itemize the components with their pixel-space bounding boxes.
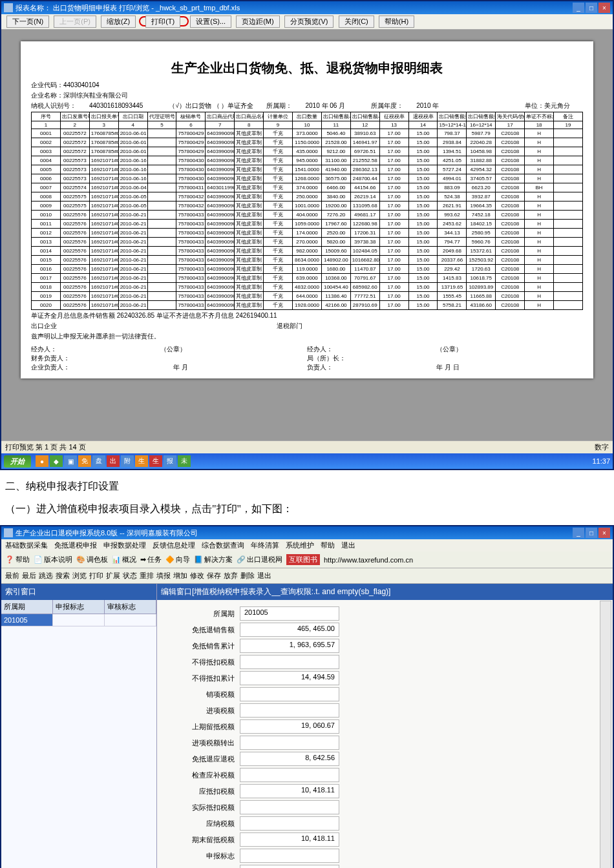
toolbar-btn-打印[interactable]: 打印 [89, 571, 103, 581]
print-button[interactable]: 打印(T) [145, 16, 180, 28]
task-button[interactable]: 免 [78, 455, 91, 467]
guide-btn[interactable]: 🔶向导 [165, 555, 190, 564]
field-value[interactable]: 1, 963, 695.57 [240, 639, 339, 653]
menu-item[interactable]: 年终清算 [251, 541, 279, 549]
task-button[interactable]: 出 [107, 455, 120, 467]
field-value[interactable]: 8, 642.56 [240, 752, 339, 766]
field-value[interactable] [240, 736, 339, 750]
menu-item[interactable]: 退出 [341, 541, 355, 549]
toolbar-btn-重排[interactable]: 重排 [140, 571, 154, 581]
task-button[interactable]: 未 [178, 455, 191, 467]
toolbar-btn-放弃[interactable]: 放弃 [224, 571, 238, 581]
field-value[interactable] [240, 865, 339, 868]
grid-row[interactable]: 201005 [1, 614, 156, 626]
summary-btn[interactable]: 📊概况 [112, 555, 136, 564]
col-header: 出口销售额乘征退税率之差 [438, 112, 467, 121]
toolbar-btn-搜索[interactable]: 搜索 [56, 571, 70, 581]
table-row: 00160022557616921071#0072010-06-21757800… [32, 265, 583, 274]
tray-icon[interactable]: ▣ [64, 455, 77, 467]
zoom-button[interactable]: 缩放(Z) [101, 16, 136, 28]
close-button[interactable]: × [598, 3, 610, 13]
col-header: 出口商品名称 [235, 112, 264, 121]
task-button[interactable]: 盘 [92, 455, 105, 467]
task-button[interactable]: 报 [164, 455, 176, 467]
field-value[interactable]: 201005 [240, 606, 339, 621]
help-btn[interactable]: ❓帮助 [5, 555, 30, 564]
table-row: 00200022557616921071#0112010-06-21757800… [32, 301, 583, 310]
task-button[interactable]: 生 [149, 455, 162, 467]
help-button[interactable]: 帮助(H) [379, 16, 414, 28]
setup-button[interactable]: 设置(S)... [190, 16, 231, 28]
field-value[interactable] [240, 816, 339, 831]
report-page: 生产企业出口货物免、抵、退税货物申报明细表 企业代码：4403040104 企业… [21, 41, 593, 378]
palette-btn[interactable]: 🎨调色板 [76, 555, 108, 564]
tray-icon[interactable]: ● [36, 455, 48, 467]
menu-item[interactable]: 综合数据查询 [202, 541, 244, 549]
pagebreak-button[interactable]: 分页预览(V) [284, 16, 334, 28]
toolbar-btn-删除[interactable]: 删除 [240, 571, 255, 581]
menu-item[interactable]: 申报数据处理 [103, 541, 146, 549]
toolbar-btn-跳选[interactable]: 跳选 [39, 571, 53, 581]
toolbar-btn-最前[interactable]: 最前 [5, 571, 19, 581]
margin-button[interactable]: 页边距(M) [236, 16, 280, 28]
scrollbar[interactable] [600, 601, 611, 868]
minimize-button[interactable]: _ [573, 3, 584, 13]
start-button[interactable]: 开始 [4, 455, 31, 468]
field-value[interactable]: 465, 465.00 [240, 623, 339, 637]
col-header: 退税税率 [408, 112, 438, 121]
field-value[interactable]: 19, 060.67 [240, 719, 339, 734]
table-row: 00100022557616921071#0012010-06-21757800… [32, 211, 583, 220]
col-num: 5 [147, 121, 176, 129]
menu-item[interactable]: 系统维护 [286, 541, 314, 549]
table-row: 00190022557616921071#0102010-06-21757800… [32, 292, 583, 301]
next-page-button[interactable]: 下一页(N) [6, 16, 49, 28]
maximize-button[interactable]: □ [586, 528, 597, 538]
detail-table: 序号出口发票号码出口报关单号出口日期代理证明号核销单号出口商品代码出口商品名称计… [31, 112, 583, 310]
menu-item[interactable]: 免抵退税申报 [54, 541, 97, 549]
menu-item[interactable]: 帮助 [321, 541, 335, 549]
titlebar: 报表名称： 出口货物明细申报表 打印/浏览 - _hwck_sb_prt_tmp… [1, 1, 613, 14]
field-label: 期末留抵税额 [164, 835, 240, 845]
col-num: 16=12*14 [467, 121, 496, 129]
field-label: 进项税额转出 [164, 738, 240, 748]
print-button-highlight: 打印(T) [139, 16, 189, 26]
field-value[interactable] [240, 800, 339, 814]
field-label: 免抵退应退税 [164, 754, 240, 764]
toolbar-btn-退出[interactable]: 退出 [257, 571, 271, 581]
col-header: 备注 [554, 112, 583, 121]
task-button[interactable]: 附 [121, 455, 134, 467]
close-preview-button[interactable]: 关闭(C) [339, 16, 374, 28]
toolbar-btn-修改[interactable]: 修改 [190, 571, 204, 581]
minimize-button[interactable]: _ [573, 528, 584, 538]
field-label: 免抵销售累计 [164, 641, 240, 651]
field-value[interactable]: 10, 418.11 [240, 784, 339, 798]
toolbar-btn-最后[interactable]: 最后 [22, 571, 36, 581]
prev-page-button: 上一页(P) [54, 16, 96, 28]
toolbar-btn-填报[interactable]: 填报 [156, 571, 171, 581]
toolbar-btn-扩展[interactable]: 扩展 [106, 571, 120, 581]
field-value[interactable]: 14, 494.59 [240, 671, 339, 685]
task-button[interactable]: 生 [135, 455, 148, 467]
field-value[interactable] [240, 768, 339, 782]
tray-icon[interactable]: ◆ [50, 455, 63, 467]
field-value[interactable] [240, 655, 339, 669]
task-btn[interactable]: ➡任务 [140, 555, 162, 564]
toolbar-btn-浏览[interactable]: 浏览 [72, 571, 87, 581]
col-num: 12 [350, 121, 379, 129]
toolbar-btn-状态[interactable]: 状态 [123, 571, 137, 581]
solution-btn[interactable]: 📘解决方案 [194, 555, 233, 564]
toolbar-btn-保存[interactable]: 保存 [207, 571, 221, 581]
field-value[interactable] [240, 687, 339, 701]
field-value[interactable]: 10, 418.11 [240, 832, 339, 847]
menu-item[interactable]: 反馈信息处理 [153, 541, 195, 549]
toolbar-btn-增加[interactable]: 增加 [173, 571, 187, 581]
split-pane: 索引窗口 所属期申报标志审核标志 201005 编辑窗口[增值税纳税申报表录入_… [1, 584, 613, 868]
maximize-button[interactable]: □ [586, 3, 597, 13]
field-value[interactable] [240, 703, 339, 718]
menu-item[interactable]: 基础数据采集 [5, 541, 48, 549]
version-btn[interactable]: 📄版本说明 [34, 555, 72, 564]
lib-btn[interactable]: 互联图书 [286, 554, 320, 565]
close-button[interactable]: × [598, 528, 610, 538]
field-value[interactable] [240, 849, 339, 863]
taxnet-btn[interactable]: 🔗出口退税网 [237, 555, 282, 564]
